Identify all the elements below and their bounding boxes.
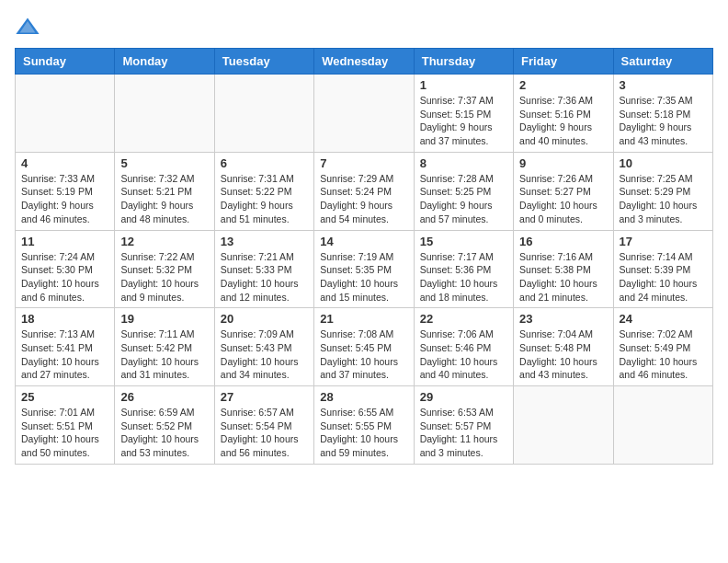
calendar-cell xyxy=(16,75,115,153)
calendar-cell: 20Sunrise: 7:09 AMSunset: 5:43 PMDayligh… xyxy=(214,308,313,386)
calendar-cell: 5Sunrise: 7:32 AMSunset: 5:21 PMDaylight… xyxy=(115,152,214,230)
calendar-cell: 18Sunrise: 7:13 AMSunset: 5:41 PMDayligh… xyxy=(16,308,115,386)
cell-day-number: 9 xyxy=(519,156,607,170)
day-header-sunday: Sunday xyxy=(16,49,115,75)
cell-info: Sunrise: 6:57 AMSunset: 5:54 PMDaylight:… xyxy=(221,406,308,460)
calendar-week-4: 18Sunrise: 7:13 AMSunset: 5:41 PMDayligh… xyxy=(16,308,713,386)
cell-info: Sunrise: 7:32 AMSunset: 5:21 PMDaylight:… xyxy=(120,172,208,226)
cell-info: Sunrise: 7:35 AMSunset: 5:18 PMDaylight:… xyxy=(620,94,707,148)
calendar-cell: 16Sunrise: 7:16 AMSunset: 5:38 PMDayligh… xyxy=(514,230,613,308)
logo-icon xyxy=(15,15,40,40)
cell-info: Sunrise: 7:13 AMSunset: 5:41 PMDaylight:… xyxy=(21,327,108,382)
cell-day-number: 17 xyxy=(620,235,707,248)
calendar-cell xyxy=(613,386,712,465)
calendar-cell: 12Sunrise: 7:22 AMSunset: 5:32 PMDayligh… xyxy=(115,230,214,308)
cell-day-number: 15 xyxy=(420,235,507,248)
calendar-cell: 2Sunrise: 7:36 AMSunset: 5:16 PMDaylight… xyxy=(514,75,613,153)
calendar-cell xyxy=(514,386,613,465)
cell-day-number: 20 xyxy=(221,312,308,326)
calendar-week-3: 11Sunrise: 7:24 AMSunset: 5:30 PMDayligh… xyxy=(16,230,713,308)
calendar-cell: 3Sunrise: 7:35 AMSunset: 5:18 PMDaylight… xyxy=(613,75,712,153)
cell-day-number: 11 xyxy=(21,235,108,248)
calendar-cell: 9Sunrise: 7:26 AMSunset: 5:27 PMDaylight… xyxy=(514,152,613,230)
calendar-cell: 11Sunrise: 7:24 AMSunset: 5:30 PMDayligh… xyxy=(16,230,115,308)
calendar-cell: 22Sunrise: 7:06 AMSunset: 5:46 PMDayligh… xyxy=(414,308,513,386)
cell-day-number: 8 xyxy=(420,156,507,170)
cell-day-number: 6 xyxy=(221,156,308,170)
cell-info: Sunrise: 7:08 AMSunset: 5:45 PMDaylight:… xyxy=(320,327,407,382)
calendar-cell xyxy=(115,75,214,153)
calendar-cell: 4Sunrise: 7:33 AMSunset: 5:19 PMDaylight… xyxy=(16,152,115,230)
cell-day-number: 23 xyxy=(519,312,607,326)
cell-day-number: 5 xyxy=(120,156,208,170)
cell-info: Sunrise: 6:59 AMSunset: 5:52 PMDaylight:… xyxy=(120,406,208,460)
calendar-week-2: 4Sunrise: 7:33 AMSunset: 5:19 PMDaylight… xyxy=(16,152,713,230)
cell-day-number: 2 xyxy=(519,78,607,92)
cell-day-number: 12 xyxy=(120,235,208,248)
cell-info: Sunrise: 7:25 AMSunset: 5:29 PMDaylight:… xyxy=(620,172,707,226)
calendar-cell: 7Sunrise: 7:29 AMSunset: 5:24 PMDaylight… xyxy=(314,152,414,230)
cell-info: Sunrise: 7:22 AMSunset: 5:32 PMDaylight:… xyxy=(120,250,208,304)
cell-info: Sunrise: 7:04 AMSunset: 5:48 PMDaylight:… xyxy=(519,327,607,382)
cell-info: Sunrise: 7:17 AMSunset: 5:36 PMDaylight:… xyxy=(420,250,507,304)
cell-day-number: 16 xyxy=(519,235,607,248)
cell-info: Sunrise: 7:02 AMSunset: 5:49 PMDaylight:… xyxy=(620,327,707,382)
cell-info: Sunrise: 7:21 AMSunset: 5:33 PMDaylight:… xyxy=(221,250,308,304)
calendar-cell: 26Sunrise: 6:59 AMSunset: 5:52 PMDayligh… xyxy=(115,386,214,465)
cell-info: Sunrise: 7:11 AMSunset: 5:42 PMDaylight:… xyxy=(120,327,208,382)
cell-info: Sunrise: 7:01 AMSunset: 5:51 PMDaylight:… xyxy=(21,406,108,460)
calendar-cell: 6Sunrise: 7:31 AMSunset: 5:22 PMDaylight… xyxy=(214,152,313,230)
calendar-cell xyxy=(214,75,313,153)
cell-info: Sunrise: 7:19 AMSunset: 5:35 PMDaylight:… xyxy=(320,250,407,304)
calendar-cell: 10Sunrise: 7:25 AMSunset: 5:29 PMDayligh… xyxy=(613,152,712,230)
cell-day-number: 18 xyxy=(21,312,108,326)
cell-day-number: 13 xyxy=(221,235,308,248)
cell-day-number: 22 xyxy=(420,312,507,326)
calendar-cell: 23Sunrise: 7:04 AMSunset: 5:48 PMDayligh… xyxy=(514,308,613,386)
calendar-cell: 24Sunrise: 7:02 AMSunset: 5:49 PMDayligh… xyxy=(613,308,712,386)
cell-info: Sunrise: 7:33 AMSunset: 5:19 PMDaylight:… xyxy=(21,172,108,226)
cell-day-number: 25 xyxy=(21,390,108,404)
cell-info: Sunrise: 7:16 AMSunset: 5:38 PMDaylight:… xyxy=(519,250,607,304)
calendar-cell: 27Sunrise: 6:57 AMSunset: 5:54 PMDayligh… xyxy=(214,386,313,465)
cell-day-number: 4 xyxy=(21,156,108,170)
day-header-wednesday: Wednesday xyxy=(314,49,414,75)
cell-info: Sunrise: 7:37 AMSunset: 5:15 PMDaylight:… xyxy=(420,94,507,148)
calendar-cell: 17Sunrise: 7:14 AMSunset: 5:39 PMDayligh… xyxy=(613,230,712,308)
page-header xyxy=(15,15,713,40)
calendar-cell: 21Sunrise: 7:08 AMSunset: 5:45 PMDayligh… xyxy=(314,308,414,386)
cell-info: Sunrise: 7:31 AMSunset: 5:22 PMDaylight:… xyxy=(221,172,308,226)
calendar-table: SundayMondayTuesdayWednesdayThursdayFrid… xyxy=(15,48,713,465)
calendar-cell: 14Sunrise: 7:19 AMSunset: 5:35 PMDayligh… xyxy=(314,230,414,308)
cell-info: Sunrise: 6:53 AMSunset: 5:57 PMDaylight:… xyxy=(420,406,507,460)
cell-day-number: 3 xyxy=(620,78,707,92)
cell-info: Sunrise: 7:28 AMSunset: 5:25 PMDaylight:… xyxy=(420,172,507,226)
cell-day-number: 24 xyxy=(620,312,707,326)
cell-info: Sunrise: 7:29 AMSunset: 5:24 PMDaylight:… xyxy=(320,172,407,226)
cell-info: Sunrise: 7:26 AMSunset: 5:27 PMDaylight:… xyxy=(519,172,607,226)
cell-day-number: 27 xyxy=(221,390,308,404)
cell-day-number: 1 xyxy=(420,78,507,92)
calendar-cell: 13Sunrise: 7:21 AMSunset: 5:33 PMDayligh… xyxy=(214,230,313,308)
cell-info: Sunrise: 7:14 AMSunset: 5:39 PMDaylight:… xyxy=(620,250,707,304)
cell-day-number: 29 xyxy=(420,390,507,404)
logo xyxy=(15,15,44,40)
cell-info: Sunrise: 7:06 AMSunset: 5:46 PMDaylight:… xyxy=(420,327,507,382)
cell-day-number: 28 xyxy=(320,390,407,404)
day-header-saturday: Saturday xyxy=(613,49,712,75)
calendar-cell: 19Sunrise: 7:11 AMSunset: 5:42 PMDayligh… xyxy=(115,308,214,386)
calendar-cell: 15Sunrise: 7:17 AMSunset: 5:36 PMDayligh… xyxy=(414,230,513,308)
day-header-tuesday: Tuesday xyxy=(214,49,313,75)
calendar-header-row: SundayMondayTuesdayWednesdayThursdayFrid… xyxy=(16,49,713,75)
cell-day-number: 21 xyxy=(320,312,407,326)
cell-info: Sunrise: 7:24 AMSunset: 5:30 PMDaylight:… xyxy=(21,250,108,304)
cell-info: Sunrise: 6:55 AMSunset: 5:55 PMDaylight:… xyxy=(320,406,407,460)
calendar-cell: 1Sunrise: 7:37 AMSunset: 5:15 PMDaylight… xyxy=(414,75,513,153)
calendar-cell: 25Sunrise: 7:01 AMSunset: 5:51 PMDayligh… xyxy=(16,386,115,465)
cell-day-number: 10 xyxy=(620,156,707,170)
cell-day-number: 7 xyxy=(320,156,407,170)
calendar-cell xyxy=(314,75,414,153)
cell-info: Sunrise: 7:36 AMSunset: 5:16 PMDaylight:… xyxy=(519,94,607,148)
calendar-cell: 8Sunrise: 7:28 AMSunset: 5:25 PMDaylight… xyxy=(414,152,513,230)
calendar-cell: 28Sunrise: 6:55 AMSunset: 5:55 PMDayligh… xyxy=(314,386,414,465)
